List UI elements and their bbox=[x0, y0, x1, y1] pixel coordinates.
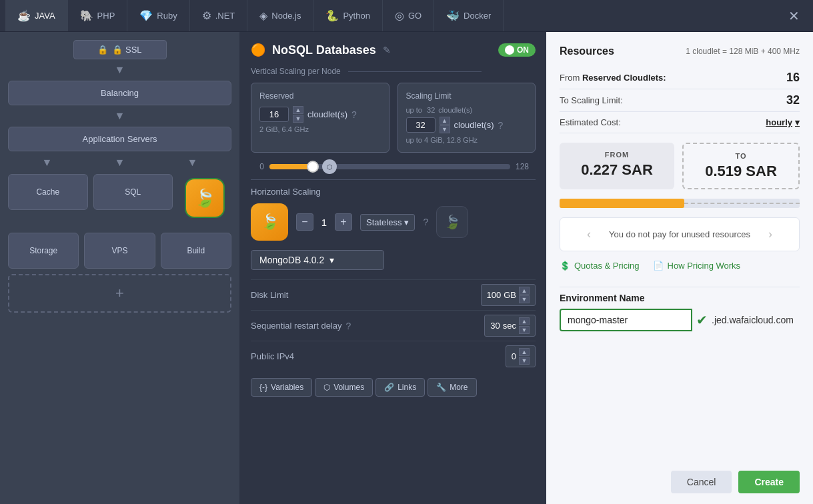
help-icon-3[interactable]: ? bbox=[423, 217, 428, 227]
restart-stepper: ▲ ▼ bbox=[519, 317, 530, 334]
reserved-input[interactable] bbox=[259, 107, 289, 122]
app-servers-button[interactable]: Application Servers bbox=[8, 127, 231, 151]
plus-icon: + bbox=[115, 285, 124, 302]
create-button[interactable]: Create bbox=[738, 471, 800, 493]
tab-php[interactable]: 🐘 PHP bbox=[68, 0, 128, 31]
tab-python[interactable]: 🐍 Python bbox=[313, 0, 382, 31]
estimated-cost-row: Estimated Cost: hourly ▾ bbox=[560, 112, 800, 133]
edit-icon[interactable]: ✎ bbox=[383, 45, 391, 55]
build-button[interactable]: Build bbox=[161, 233, 231, 269]
stateless-select[interactable]: Stateless ▾ bbox=[360, 214, 415, 231]
price-bar-fill bbox=[560, 199, 684, 208]
tab-java[interactable]: ☕ JAVA bbox=[5, 0, 68, 31]
more-button[interactable]: 🔧 More bbox=[428, 378, 476, 397]
limit-down[interactable]: ▼ bbox=[440, 125, 450, 133]
doc-icon: 📄 bbox=[653, 261, 664, 271]
to-label: TO bbox=[692, 152, 790, 160]
balancing-button[interactable]: Balancing bbox=[8, 81, 231, 105]
arrows-row: ▼ ▼ ▼ bbox=[8, 157, 231, 169]
vps-button[interactable]: VPS bbox=[84, 233, 155, 269]
slider-container: 0 ⬡ 128 bbox=[251, 162, 536, 171]
unused-text: You do not pay for unused resources bbox=[609, 229, 750, 239]
disk-up[interactable]: ▲ bbox=[519, 287, 530, 295]
restart-down[interactable]: ▼ bbox=[519, 326, 530, 334]
variables-icon: {-} bbox=[259, 383, 267, 392]
toggle-on[interactable]: ON bbox=[498, 43, 536, 57]
tab-go[interactable]: ◎ GO bbox=[383, 0, 434, 31]
slider-handle-reserved[interactable] bbox=[307, 161, 319, 173]
links-icon: 🔗 bbox=[384, 383, 394, 392]
resources-title: Resources bbox=[560, 45, 614, 57]
panel-title: NoSQL Databases bbox=[272, 43, 376, 57]
sql-label: SQL bbox=[125, 187, 141, 197]
reserved-down[interactable]: ▼ bbox=[293, 115, 303, 123]
banner-next[interactable]: › bbox=[768, 227, 772, 241]
build-label: Build bbox=[187, 246, 205, 255]
help-icon-1[interactable]: ? bbox=[351, 109, 357, 120]
right-panel: Resources 1 cloudlet = 128 MiB + 400 MHz… bbox=[546, 32, 813, 504]
slider-track[interactable]: ⬡ bbox=[269, 164, 510, 169]
reserved-up[interactable]: ▲ bbox=[293, 106, 303, 114]
bottom-nodes-row: Storage VPS Build bbox=[8, 233, 231, 269]
lock-icon: 🔒 bbox=[97, 45, 108, 55]
mongodb-node[interactable]: 🍃 bbox=[178, 174, 231, 222]
how-pricing-label: How Pricing Works bbox=[668, 261, 741, 271]
count-minus[interactable]: − bbox=[296, 213, 313, 231]
reserved-label: Reserved bbox=[259, 91, 381, 101]
cache-label: Cache bbox=[36, 187, 59, 197]
how-pricing-link[interactable]: 📄 How Pricing Works bbox=[653, 261, 741, 271]
reserved-cloudlet-row: ▲ ▼ cloudlet(s) ? bbox=[259, 106, 381, 123]
volumes-button[interactable]: ⬡ Volumes bbox=[315, 378, 373, 397]
storage-button[interactable]: Storage bbox=[8, 233, 79, 269]
docker-icon: 🐳 bbox=[446, 9, 460, 22]
bottom-actions: Cancel Create bbox=[560, 463, 800, 493]
mongodb-icon: 🍃 bbox=[185, 178, 225, 218]
limit-cloudlet-row: ▲ ▼ cloudlet(s) ? bbox=[406, 117, 528, 133]
sql-button[interactable]: SQL bbox=[93, 174, 173, 210]
disk-down[interactable]: ▼ bbox=[519, 295, 530, 303]
banner-prev[interactable]: ‹ bbox=[587, 227, 591, 241]
tab-net[interactable]: ⚙ .NET bbox=[190, 0, 248, 31]
h-scaling-section: Horizontal Scaling 🍃 − 1 + Stateless ▾ ?… bbox=[251, 179, 536, 241]
env-name-input[interactable] bbox=[560, 309, 692, 331]
price-boxes: FROM 0.227 SAR TO 0.519 SAR bbox=[560, 143, 800, 189]
arrow-down-icon-5: ▼ bbox=[187, 157, 198, 169]
tab-docker-label: Docker bbox=[464, 11, 491, 21]
add-button[interactable]: + bbox=[8, 274, 231, 313]
tab-nodejs[interactable]: ◈ Node.js bbox=[247, 0, 313, 31]
panel-header: 🟠 NoSQL Databases ✎ ON bbox=[251, 43, 536, 57]
tab-ruby[interactable]: 💎 Ruby bbox=[127, 0, 189, 31]
count-plus[interactable]: + bbox=[335, 213, 352, 231]
links-button[interactable]: 🔗 Links bbox=[375, 378, 425, 397]
help-icon-2[interactable]: ? bbox=[498, 120, 503, 131]
reserved-resource-note: 2 GiB, 6.4 GHz bbox=[259, 125, 381, 133]
close-button[interactable]: ✕ bbox=[780, 8, 808, 24]
version-chevron: ▾ bbox=[329, 255, 334, 265]
scaling-limit-val: 32 bbox=[786, 93, 800, 107]
variables-button[interactable]: {-} Variables bbox=[251, 378, 312, 397]
mongo-icon-sm: 🍃 bbox=[251, 203, 288, 241]
quotas-label: Quotas & Pricing bbox=[574, 261, 640, 271]
restart-up[interactable]: ▲ bbox=[519, 317, 530, 325]
ipv4-up[interactable]: ▲ bbox=[519, 348, 530, 356]
ssl-button[interactable]: 🔒 🔒 SSL bbox=[73, 40, 167, 59]
version-select[interactable]: MongoDB 4.0.2 ▾ bbox=[251, 250, 384, 270]
net-icon: ⚙ bbox=[202, 9, 211, 22]
help-icon-4[interactable]: ? bbox=[346, 321, 351, 331]
quotas-pricing-link[interactable]: 💲 Quotas & Pricing bbox=[560, 261, 640, 271]
python-icon: 🐍 bbox=[325, 9, 339, 22]
env-name-section: Environment Name ✔ .jed.wafaicloud.com bbox=[560, 293, 800, 331]
toggle-circle bbox=[505, 45, 514, 55]
cache-button[interactable]: Cache bbox=[8, 174, 88, 210]
check-icon: ✔ bbox=[696, 312, 708, 328]
cancel-button[interactable]: Cancel bbox=[671, 471, 732, 493]
ipv4-down[interactable]: ▼ bbox=[519, 357, 530, 365]
tab-docker[interactable]: 🐳 Docker bbox=[434, 0, 504, 31]
cost-period-select[interactable]: hourly ▾ bbox=[766, 117, 800, 127]
limit-up[interactable]: ▲ bbox=[440, 117, 450, 125]
limit-input[interactable] bbox=[406, 117, 436, 133]
ipv4-stepper: ▲ ▼ bbox=[519, 348, 530, 365]
cost-chevron-icon: ▾ bbox=[795, 117, 800, 127]
slider-handle-limit[interactable]: ⬡ bbox=[322, 159, 337, 174]
disk-limit-val: 100 GB ▲ ▼ bbox=[481, 284, 536, 306]
